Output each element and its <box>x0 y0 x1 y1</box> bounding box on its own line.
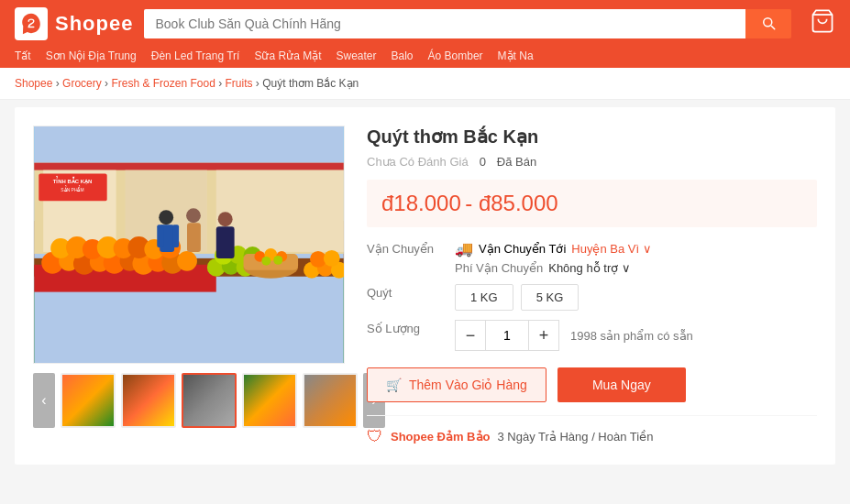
thumbnail-2[interactable] <box>121 373 176 428</box>
shopee-guarantee-icon: 🛡 <box>367 427 383 446</box>
svg-point-42 <box>186 208 201 223</box>
nav-sweater[interactable]: Sweater <box>336 49 376 62</box>
search-icon <box>760 15 777 31</box>
shipping-info-row: Vận Chuyển 🚚 Vận Chuyển Tới Huyện Ba Vì … <box>367 240 817 275</box>
variant-row: Quýt 1 KG 5 KG <box>367 284 817 311</box>
nav-sua[interactable]: Sữa Rửa Mặt <box>254 49 321 62</box>
price-max: đ85.000 <box>479 191 558 215</box>
nav-ao-bomber[interactable]: Áo Bomber <box>428 49 483 62</box>
guarantee-brand: Shopee Đảm Bảo <box>391 430 490 444</box>
variant-5kg[interactable]: 5 KG <box>521 284 580 311</box>
nav-links: Tất Sơn Nội Địa Trung Đèn Led Trang Trí … <box>0 48 850 68</box>
variant-1kg[interactable]: 1 KG <box>455 284 513 311</box>
main-content: TỈNH BẮC KẠN SẢN PHẨM <box>15 107 835 465</box>
logo[interactable]: Shopee <box>15 7 133 40</box>
logo-text: Shopee <box>55 12 133 36</box>
quantity-decrease-button[interactable]: − <box>456 321 485 350</box>
shipping-destination[interactable]: Huyện Ba Vì ∨ <box>571 242 651 256</box>
variant-options: 1 KG 5 KG <box>455 284 579 311</box>
thumbnail-1[interactable] <box>61 373 116 428</box>
add-to-cart-button[interactable]: 🛒 Thêm Vào Giỏ Hàng <box>367 367 546 402</box>
sold-label: Đã Bán <box>497 155 536 169</box>
shipping-fee-row: Phí Vận Chuyển Không hỗ trợ ∨ <box>455 261 817 275</box>
search-input[interactable] <box>144 9 745 38</box>
svg-rect-7 <box>216 170 344 252</box>
svg-rect-4 <box>34 163 343 170</box>
breadcrumb-shopee[interactable]: Shopee <box>15 77 52 90</box>
cart-icon-small: 🛒 <box>386 378 402 392</box>
svg-point-52 <box>273 256 282 265</box>
breadcrumb-fruits[interactable]: Fruits <box>226 77 253 90</box>
shipping-fee-label: Phí Vận Chuyển <box>455 261 543 275</box>
shipping-to-label: Vận Chuyển Tới <box>479 242 566 256</box>
breadcrumb-grocery[interactable]: Grocery <box>62 77 102 90</box>
svg-rect-40 <box>157 225 163 247</box>
shopee-logo-icon <box>15 7 48 40</box>
price-range: đ18.000 - đ85.000 <box>367 180 817 227</box>
quantity-input[interactable] <box>485 321 529 350</box>
guarantee-row: 🛡 Shopee Đảm Bảo 3 Ngày Trả Hàng / Hoàn … <box>367 415 817 446</box>
stock-text: 1998 sản phẩm có sẵn <box>570 329 693 343</box>
shipping-label: Vận Chuyển <box>367 240 440 256</box>
shipping-fee-value[interactable]: Không hỗ trợ ∨ <box>548 261 631 275</box>
thumb-prev-button[interactable]: ‹ <box>33 373 55 428</box>
cart-button[interactable] <box>810 8 835 40</box>
thumbnail-3[interactable] <box>182 373 237 428</box>
thumbnail-row: ‹ › <box>33 373 345 428</box>
price-min: đ18.000 <box>381 191 461 215</box>
header: Shopee <box>0 0 850 48</box>
nav-son[interactable]: Sơn Nội Địa Trung <box>46 49 137 62</box>
quantity-row: Số Lượng − + 1998 sản phẩm có sẵn <box>367 320 817 351</box>
quantity-label: Số Lượng <box>367 320 440 335</box>
product-title: Quýt thơm Bắc Kạn <box>367 126 817 148</box>
search-bar <box>144 9 791 38</box>
quantity-controls: − + 1998 sản phẩm có sẵn <box>455 320 693 351</box>
main-product-image: TỈNH BẮC KẠN SẢN PHẨM <box>33 126 345 364</box>
svg-point-22 <box>177 251 197 271</box>
search-button[interactable] <box>745 9 791 38</box>
product-images: TỈNH BẮC KẠN SẢN PHẨM <box>33 126 345 446</box>
nav-den[interactable]: Đèn Led Trang Trí <box>151 49 240 62</box>
thumbnail-5[interactable] <box>303 373 358 428</box>
buy-now-button[interactable]: Mua Ngay <box>557 367 686 402</box>
nav-tat[interactable]: Tất <box>15 49 31 62</box>
action-buttons: 🛒 Thêm Vào Giỏ Hàng Mua Ngay <box>367 367 817 402</box>
breadcrumb: Shopee › Grocery › Fresh & Frozen Food ›… <box>0 68 850 100</box>
breadcrumb-current: Quýt thơm Bắc Kạn <box>262 77 359 90</box>
svg-point-51 <box>261 257 270 266</box>
svg-rect-43 <box>187 223 201 252</box>
shipping-to-row: 🚚 Vận Chuyển Tới Huyện Ba Vì ∨ <box>455 240 817 257</box>
thumbnail-4[interactable] <box>242 373 297 428</box>
rating-row: Chưa Có Đánh Giá 0 Đã Bán <box>367 155 817 169</box>
price-separator: - <box>465 191 479 215</box>
svg-point-44 <box>218 212 233 226</box>
rating-text: Chưa Có Đánh Giá <box>367 155 469 169</box>
svg-point-57 <box>324 250 340 267</box>
sold-count: 0 <box>480 155 486 169</box>
quantity-stepper: − + <box>455 320 559 351</box>
nav-mat-na[interactable]: Mặt Na <box>498 49 534 62</box>
truck-icon: 🚚 <box>455 240 473 257</box>
shipping-info-value: 🚚 Vận Chuyển Tới Huyện Ba Vì ∨ Phí Vận C… <box>455 240 817 275</box>
quantity-increase-button[interactable]: + <box>529 321 558 350</box>
svg-rect-41 <box>172 225 179 247</box>
cart-icon <box>810 8 835 34</box>
breadcrumb-fresh[interactable]: Fresh & Frozen Food <box>111 77 215 90</box>
nav-balo[interactable]: Balo <box>392 49 414 62</box>
guarantee-policy: 3 Ngày Trả Hàng / Hoàn Tiền <box>497 430 653 444</box>
product-details: Quýt thơm Bắc Kạn Chưa Có Đánh Giá 0 Đã … <box>367 126 817 446</box>
variant-label: Quýt <box>367 284 440 300</box>
svg-point-38 <box>159 210 173 225</box>
thumbnails <box>61 373 358 428</box>
svg-rect-45 <box>216 226 235 258</box>
